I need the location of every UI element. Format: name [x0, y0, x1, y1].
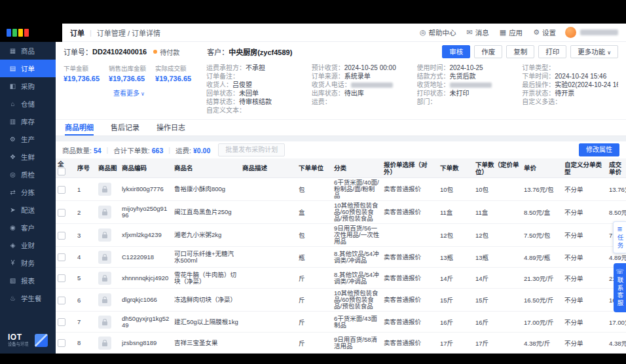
cell-quote: 卖客普通报价	[382, 247, 438, 268]
cell-code: dh50gyxjrg1kg5249	[120, 312, 172, 333]
order-field: 自定义文本：	[206, 106, 303, 115]
lock-icon	[102, 257, 107, 261]
letterbox-top	[0, 0, 626, 24]
column-header-11: 下单数（定价单位）	[473, 158, 522, 178]
cell-unit: 斤	[297, 289, 332, 312]
row-checkbox[interactable]	[58, 339, 65, 347]
purchase-icon: ◧	[9, 82, 16, 90]
audit-button[interactable]: 审核	[442, 45, 470, 58]
sidebar-item-12[interactable]: ◈业财	[0, 236, 56, 254]
redacted-value	[351, 82, 393, 88]
avatar[interactable]	[565, 27, 576, 38]
header-apps-button[interactable]: ▦应用	[500, 27, 523, 37]
product-image-placeholder	[98, 337, 111, 350]
letterbox-bottom	[0, 354, 626, 364]
cell-price: 7.50元/包	[522, 224, 562, 247]
cell-split-type: 不分单	[562, 224, 607, 247]
row-checkbox[interactable]	[58, 209, 65, 217]
edit-attributes-button[interactable]: 修改属性	[579, 143, 619, 156]
row-checkbox[interactable]	[58, 318, 65, 326]
product-image-placeholder	[98, 293, 111, 306]
cell-category: 8.其他饮品/54冲调类/冲调品	[332, 268, 382, 289]
row-checkbox[interactable]	[58, 232, 65, 240]
sidebar-item-14[interactable]: ▧报表	[0, 272, 56, 289]
column-header-9: 报价单选择（对外）	[382, 158, 438, 178]
order-action-button-2[interactable]: 复制	[506, 45, 534, 58]
see-more-link[interactable]: 查看更多∨	[64, 88, 194, 98]
cell-qty-priced: 14斤	[473, 268, 522, 289]
cell-desc	[240, 268, 297, 289]
sidebar-item-15[interactable]: ♨学生餐	[0, 289, 56, 307]
order-field: 运费：	[312, 98, 408, 106]
lock-icon	[102, 189, 107, 192]
cell-code: xfjxml2kg4239	[120, 224, 172, 247]
batch-publish-button[interactable]: 批量发布采购计划	[218, 143, 285, 156]
cell-quote: 卖客普通报价	[382, 289, 438, 312]
cell-category: 10其他预包装食品/60预包装食品/预包装食品	[332, 201, 382, 224]
order-field: 出库状态：待出库	[312, 89, 408, 98]
header-help-center-button[interactable]: ◎帮助中心	[420, 27, 456, 37]
select-all-checkbox[interactable]	[58, 168, 65, 175]
order-field: 收货人：吕俊曌	[206, 81, 303, 89]
app-logo[interactable]	[0, 24, 62, 42]
sidebar-item-3[interactable]: ◧采购	[0, 77, 56, 95]
cell-category: 6干货米面/40面/粉制品/面/粉制品	[332, 178, 382, 201]
breadcrumb-module[interactable]: 订单	[70, 27, 84, 38]
sidebar-item-6[interactable]: ⚙生产	[0, 130, 56, 148]
header-settings-button[interactable]: ⚙设置	[533, 27, 556, 37]
column-header-12: 单价	[522, 158, 562, 178]
sidebar-item-2[interactable]: ▤订单	[0, 60, 56, 77]
order-action-button-1[interactable]: 作废	[474, 45, 502, 58]
sidebar-item-10[interactable]: ➤配送	[0, 201, 56, 219]
lock-icon	[102, 342, 107, 346]
order-title-row: 订单号： DD24102400016 待付款 客户： 中央厨房(zycf4589…	[56, 42, 626, 60]
customer-name: 中央厨房(zycf4589)	[229, 46, 292, 57]
customer-label: 客户：	[207, 46, 229, 57]
sidebar-item-4[interactable]: ⌂仓储	[0, 95, 56, 113]
table-header-row: 全序号商品图商品编码商品名商品描述下单单位分类报价单选择（对外）下单数下单数（定…	[56, 158, 626, 178]
sidebar-item-1[interactable]: ▦商品	[0, 42, 56, 60]
tab-3[interactable]: 操作日志	[156, 120, 185, 136]
column-header-4: 商品编码	[120, 158, 172, 178]
column-header-10: 下单数	[438, 158, 473, 178]
header-message-button[interactable]: ✉消息	[467, 27, 489, 37]
cell-quote: 卖客普通报价	[382, 333, 438, 354]
logo-bar-yellow	[18, 29, 23, 37]
sorting-icon: ⇄	[9, 189, 16, 196]
row-checkbox[interactable]	[58, 297, 65, 304]
column-header-3: 商品图	[96, 158, 120, 178]
user-name-redacted	[580, 29, 618, 35]
breadcrumb-divider: |	[90, 29, 92, 37]
cell-seq: 4	[75, 247, 96, 268]
sidebar-item-13[interactable]: ¥财务	[0, 254, 56, 272]
order-field: 最后操作：实验02(2024-10-24 16:01)	[522, 81, 618, 89]
task-float-button[interactable]: ≣ 任务	[613, 221, 626, 253]
more-actions-button[interactable]: 更多功能∨	[570, 45, 618, 58]
sidebar-item-9[interactable]: ⇄分拣	[0, 183, 56, 201]
cell-qty-priced: 12包	[473, 224, 522, 247]
sidebar-item-8[interactable]: ◎质检	[0, 166, 56, 183]
cell-qty-priced: 16斤	[473, 312, 522, 333]
contact-service-float-button[interactable]: ☏ 联系客服	[614, 263, 626, 312]
cell-category: 9日用百货/56一次性用品/一次性用品	[332, 224, 382, 247]
row-checkbox[interactable]	[58, 253, 65, 261]
cell-code: mijoyhyo250g9196	[120, 201, 172, 224]
sidebar-item-5[interactable]: ▥库存	[0, 113, 56, 130]
amount-item-3: 实际成交额¥19,736.65	[155, 64, 191, 82]
cell-quote: 卖客普通报价	[382, 268, 438, 289]
sidebar-item-11[interactable]: ◉客户	[0, 219, 56, 236]
amount-item-1: 下单金额¥19,736.65	[64, 64, 100, 82]
sidebar-item-7[interactable]: ❖生鲜	[0, 148, 56, 166]
row-checkbox[interactable]	[58, 186, 65, 194]
customer-icon: ◉	[9, 224, 16, 231]
order-field: 打印状态：未打印	[417, 89, 513, 98]
order-action-button-3[interactable]: 打印	[538, 45, 566, 58]
order-field: 结款方式：先货后款	[417, 72, 513, 81]
row-checkbox[interactable]	[58, 274, 65, 282]
tab-1[interactable]: 商品明细	[65, 120, 94, 136]
tab-2[interactable]: 售后记录	[111, 120, 139, 136]
cell-seq: 5	[75, 268, 96, 289]
order-field: 订单备注：	[206, 72, 303, 81]
order-no-label: 订单号：	[64, 46, 92, 57]
cell-split-type: 不分单	[562, 178, 607, 201]
